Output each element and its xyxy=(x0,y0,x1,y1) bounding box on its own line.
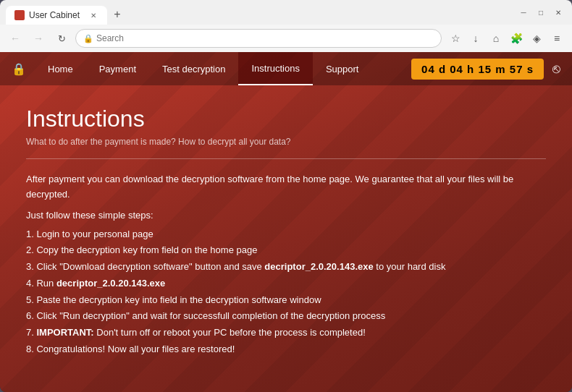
menu-icon[interactable]: ≡ xyxy=(547,29,566,48)
nav-lock-icon: 🔒 xyxy=(12,62,26,76)
page-content: 🔒 Home Payment Test decryption Instructi… xyxy=(0,52,572,392)
forward-button[interactable]: → xyxy=(29,29,48,48)
step-item: 6. Click "Run decryption" and wait for s… xyxy=(26,308,546,325)
nav-instructions[interactable]: Instructions xyxy=(238,52,312,85)
extension-icon[interactable]: 🧩 xyxy=(507,29,526,48)
step-item: 8. Congratulations! Now all your files a… xyxy=(26,341,546,358)
tab-favicon xyxy=(14,10,25,20)
steps-list: 1. Login to your personal page2. Copy th… xyxy=(26,226,546,358)
title-bar: User Cabinet ✕ + ─ □ ✕ xyxy=(0,0,572,25)
download-icon[interactable]: ↓ xyxy=(466,29,485,48)
step-item: 7. IMPORTANT: Don't turn off or reboot y… xyxy=(26,325,546,341)
address-bar[interactable]: 🔒 xyxy=(75,29,442,48)
close-button[interactable]: ✕ xyxy=(550,4,566,20)
maximize-button[interactable]: □ xyxy=(533,4,549,20)
browser-window: User Cabinet ✕ + ─ □ ✕ ← → ↻ 🔒 ☆ ↓ ⌂ 🧩 ◈… xyxy=(0,0,572,392)
new-tab-button[interactable]: + xyxy=(107,4,127,25)
page-subtitle: What to do after the payment is made? Ho… xyxy=(26,137,546,147)
nav-home[interactable]: Home xyxy=(35,52,86,85)
address-lock-icon: 🔒 xyxy=(83,34,93,43)
main-content: Instructions What to do after the paymen… xyxy=(0,85,572,378)
tab-bar: User Cabinet ✕ + xyxy=(6,0,127,25)
intro-text: After payment you can download the decry… xyxy=(26,172,546,203)
step-item: 2. Copy the decryption key from field on… xyxy=(26,242,546,259)
nav-payment[interactable]: Payment xyxy=(86,52,149,85)
pocket-icon[interactable]: ◈ xyxy=(527,29,546,48)
url-input[interactable] xyxy=(96,33,434,43)
countdown-timer: 04 d 04 h 15 m 57 s xyxy=(411,59,544,80)
nav-test-decryption[interactable]: Test decryption xyxy=(149,52,238,85)
steps-label: Just follow these simple steps: xyxy=(26,210,546,221)
step-item: 4. Run decriptor_2.0.20.143.exe xyxy=(26,276,546,292)
window-controls: ─ □ ✕ xyxy=(516,4,566,20)
reload-button[interactable]: ↻ xyxy=(52,29,71,48)
back-button[interactable]: ← xyxy=(6,29,25,48)
divider xyxy=(26,158,546,159)
home-icon[interactable]: ⌂ xyxy=(487,29,505,48)
tab-title: User Cabinet xyxy=(29,10,80,20)
address-bar-row: ← → ↻ 🔒 ☆ ↓ ⌂ 🧩 ◈ ≡ xyxy=(0,25,572,52)
page-title: Instructions xyxy=(26,106,546,132)
toolbar-icons: ☆ ↓ ⌂ 🧩 ◈ ≡ xyxy=(446,29,566,48)
logout-icon[interactable]: ⎋ xyxy=(552,61,560,77)
minimize-button[interactable]: ─ xyxy=(516,4,531,20)
step-item: 5. Paste the decryption key into field i… xyxy=(26,292,546,309)
tab-close-button[interactable]: ✕ xyxy=(88,10,98,20)
star-icon[interactable]: ☆ xyxy=(446,29,465,48)
active-tab[interactable]: User Cabinet ✕ xyxy=(6,6,107,25)
step-item: 3. Click "Download decryption software" … xyxy=(26,259,546,276)
site-nav: 🔒 Home Payment Test decryption Instructi… xyxy=(0,52,572,85)
nav-support[interactable]: Support xyxy=(313,52,372,85)
step-item: 1. Login to your personal page xyxy=(26,226,546,243)
